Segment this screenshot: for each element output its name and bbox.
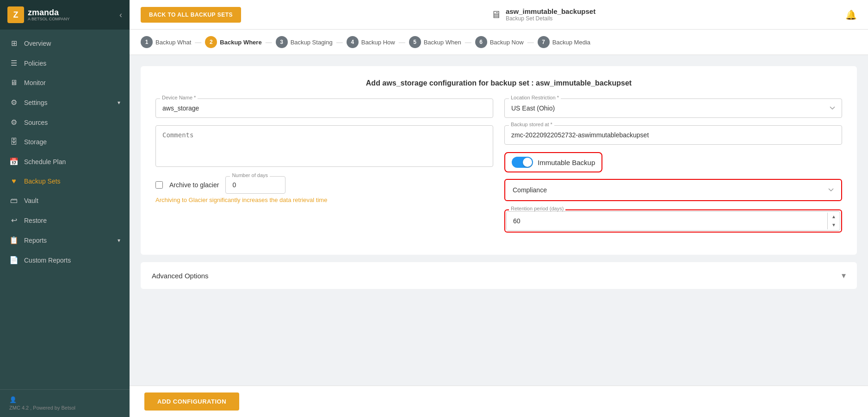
- topbar: BACK TO ALL BACKUP SETS 🖥 asw_immutable_…: [130, 0, 868, 30]
- step-sep-1: —: [195, 38, 201, 46]
- schedule-icon: 📅: [9, 157, 19, 166]
- compliance-field: Compliance Governance: [504, 179, 842, 201]
- device-name-field: Device Name *: [155, 98, 493, 118]
- restore-icon: ↩: [9, 216, 19, 225]
- sidebar: Z zmanda A BETSOL COMPANY ‹ ⊞ Overview ☰…: [0, 0, 130, 417]
- chevron-down-icon: ▾: [118, 237, 120, 244]
- step-4[interactable]: 4 Backup How: [347, 36, 395, 48]
- step-3-label: Backup Staging: [291, 39, 333, 46]
- step-1-num: 1: [141, 36, 153, 48]
- sidebar-item-label: Reports: [24, 237, 47, 244]
- retention-input-row: ▲ ▼: [506, 211, 840, 231]
- immutable-label: Immutable Backup: [538, 159, 595, 166]
- step-5-num: 5: [409, 36, 421, 48]
- backup-stored-input[interactable]: [504, 125, 842, 145]
- sidebar-item-settings[interactable]: ⚙ Settings ▾: [0, 92, 130, 112]
- retention-box: Retention period (days) ▲ ▼: [504, 209, 842, 233]
- sidebar-item-monitor[interactable]: 🖥 Monitor: [0, 73, 130, 92]
- sidebar-item-label: Custom Reports: [24, 257, 71, 264]
- sidebar-item-restore[interactable]: ↩ Restore: [0, 210, 130, 230]
- form-col-left: Device Name * Archive to glacier Number …: [155, 98, 493, 233]
- sidebar-item-label: Monitor: [24, 79, 46, 86]
- advanced-options-chevron-icon: ▾: [842, 270, 846, 281]
- step-sep-6: —: [527, 38, 534, 46]
- number-of-days-input[interactable]: [225, 176, 285, 194]
- logo-icon: Z: [7, 6, 24, 23]
- add-configuration-button[interactable]: ADD CONFIGURATION: [144, 392, 239, 411]
- advanced-options-label: Advanced Options: [152, 272, 209, 280]
- sidebar-item-custom-reports[interactable]: 📄 Custom Reports: [0, 250, 130, 270]
- retention-input[interactable]: [507, 212, 827, 230]
- logo-area: Z zmanda A BETSOL COMPANY: [7, 6, 70, 23]
- step-2-label: Backup Where: [220, 39, 261, 46]
- user-info[interactable]: 👤: [9, 396, 120, 403]
- policies-icon: ☰: [9, 59, 19, 67]
- version-label: ZMC 4.2 , Powered by Betsol: [9, 405, 120, 411]
- step-7[interactable]: 7 Backup Media: [538, 36, 590, 48]
- step-7-num: 7: [538, 36, 550, 48]
- sidebar-item-sources[interactable]: ⚙ Sources: [0, 112, 130, 132]
- step-1[interactable]: 1 Backup What: [141, 36, 191, 48]
- step-6-label: Backup Now: [490, 39, 524, 46]
- compliance-select[interactable]: Compliance Governance: [506, 181, 840, 199]
- comments-input[interactable]: [155, 125, 493, 167]
- sidebar-item-label: Sources: [24, 119, 48, 126]
- sidebar-item-backup-sets[interactable]: ♥ Backup Sets: [0, 172, 130, 191]
- step-2[interactable]: 2 Backup Where: [205, 36, 261, 48]
- add-config-bar: ADD CONFIGURATION: [130, 386, 868, 417]
- retention-decrement-button[interactable]: ▼: [828, 221, 840, 229]
- collapse-sidebar-button[interactable]: ‹: [119, 10, 122, 20]
- backup-set-icon: 🖥: [491, 9, 501, 21]
- sidebar-item-label: Backup Sets: [24, 178, 61, 185]
- backup-set-name: asw_immutable_backupset: [506, 7, 595, 15]
- form-card: Add aws_storage configuration for backup…: [141, 66, 857, 255]
- step-4-label: Backup How: [361, 39, 395, 46]
- location-select[interactable]: US East (Ohio): [504, 98, 842, 118]
- step-sep-4: —: [399, 38, 405, 46]
- step-3[interactable]: 3 Backup Staging: [276, 36, 333, 48]
- sidebar-item-label: Overview: [24, 40, 51, 47]
- brand-name: zmanda: [28, 8, 70, 17]
- reports-icon: 📋: [9, 236, 19, 245]
- sidebar-item-reports[interactable]: 📋 Reports ▾: [0, 230, 130, 250]
- device-name-input[interactable]: [155, 98, 493, 118]
- notification-bell-button[interactable]: 🔔: [845, 9, 857, 20]
- step-sep-2: —: [266, 38, 272, 46]
- location-label: Location Restriction *: [509, 95, 561, 100]
- archive-section: Archive to glacier Number of days Archiv…: [155, 176, 493, 203]
- back-to-backup-sets-button[interactable]: BACK TO ALL BACKUP SETS: [141, 7, 241, 23]
- sidebar-item-schedule-plan[interactable]: 📅 Schedule Plan: [0, 152, 130, 172]
- days-group: Number of days: [225, 176, 285, 194]
- step-6[interactable]: 6 Backup Now: [475, 36, 524, 48]
- archive-row: Archive to glacier Number of days: [155, 176, 493, 194]
- sidebar-item-label: Restore: [24, 217, 47, 224]
- backup-stored-label: Backup stored at *: [509, 122, 554, 127]
- advanced-options-card[interactable]: Advanced Options ▾: [141, 262, 857, 289]
- sidebar-item-overview[interactable]: ⊞ Overview: [0, 33, 130, 53]
- immutable-toggle[interactable]: [512, 157, 533, 168]
- sidebar-footer: 👤 ZMC 4.2 , Powered by Betsol: [0, 389, 130, 417]
- form-col-right: Location Restriction * US East (Ohio) Ba…: [504, 98, 842, 233]
- archive-glacier-checkbox[interactable]: [155, 181, 163, 189]
- step-5[interactable]: 5 Backup When: [409, 36, 461, 48]
- user-icon: 👤: [9, 396, 17, 403]
- stepper: 1 Backup What — 2 Backup Where — 3 Backu…: [130, 30, 868, 55]
- days-label: Number of days: [230, 172, 270, 178]
- device-name-label: Device Name *: [160, 95, 198, 100]
- step-sep-3: —: [336, 38, 343, 46]
- form-container: Add aws_storage configuration for backup…: [130, 55, 868, 386]
- step-1-label: Backup What: [155, 39, 191, 46]
- sidebar-item-vault[interactable]: 🗃 Vault: [0, 191, 130, 210]
- retention-spinners: ▲ ▼: [827, 213, 840, 229]
- sidebar-item-policies[interactable]: ☰ Policies: [0, 53, 130, 73]
- retention-increment-button[interactable]: ▲: [828, 213, 840, 221]
- sidebar-item-storage[interactable]: 🗄 Storage: [0, 132, 130, 152]
- step-5-label: Backup When: [424, 39, 461, 46]
- brand-sub: A BETSOL COMPANY: [28, 17, 70, 21]
- step-4-num: 4: [347, 36, 359, 48]
- storage-icon: 🗄: [9, 138, 19, 146]
- backup-stored-field: Backup stored at *: [504, 125, 842, 145]
- main-content: BACK TO ALL BACKUP SETS 🖥 asw_immutable_…: [130, 0, 868, 417]
- overview-icon: ⊞: [9, 39, 19, 48]
- sidebar-item-label: Policies: [24, 60, 46, 67]
